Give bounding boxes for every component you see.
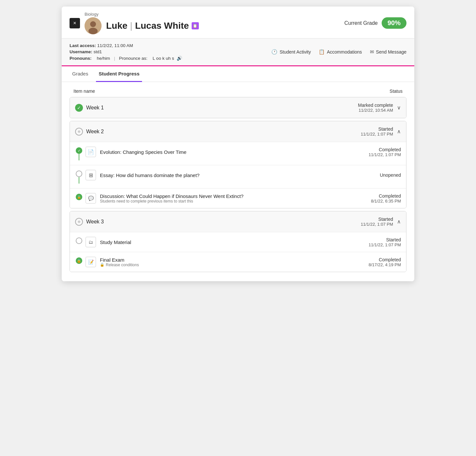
study-status: Started 11/1/22, 1:07 PM xyxy=(369,237,401,247)
item-final-exam: 🔒 📝 Final Exam 🔒 Release conditions xyxy=(70,252,406,272)
student-info: Luke | Lucas White 📋 xyxy=(85,17,199,34)
week3-items: 🗂 Study Material Started 11/1/22, 1:07 P… xyxy=(70,232,406,272)
item-evolution: ✓ 📄 Evolution: Changing Species Over Tim… xyxy=(70,142,406,165)
week3-status-icon: ⊖ xyxy=(75,218,83,226)
module-week1: ✓ Week 1 Marked complete 11/2/22, 10:54 … xyxy=(70,97,406,118)
col-item-name: Item name xyxy=(73,89,95,94)
action-buttons: 🕐 Student Activity 📋 Accommodations ✉ Se… xyxy=(271,49,406,55)
top-bar: × Biology Luke | Lucas White xyxy=(62,7,414,39)
col-headers: Item name Status xyxy=(70,89,406,97)
week3-chevron: ∧ xyxy=(397,219,401,225)
avatar xyxy=(85,17,102,34)
exam-icon: 📝 xyxy=(86,257,96,267)
grade-badge: 90% xyxy=(382,17,406,29)
student-activity-button[interactable]: 🕐 Student Activity xyxy=(271,49,311,55)
module-week1-header[interactable]: ✓ Week 1 Marked complete 11/2/22, 10:54 … xyxy=(70,97,406,118)
message-icon: ✉ xyxy=(370,49,374,55)
username: Username: std1 xyxy=(70,49,182,54)
page-icon: 📄 xyxy=(86,147,96,157)
svg-point-1 xyxy=(90,21,96,27)
info-left: Last access: 11/2/22, 11:00 AM Username:… xyxy=(70,43,182,61)
lock-icon: 🔒 xyxy=(100,263,104,267)
study-status-dot xyxy=(76,237,82,244)
essay-status-dot xyxy=(76,171,82,177)
discussion-status-dot: 🔒 xyxy=(76,194,82,200)
student-name: Luke | Lucas White 📋 xyxy=(106,21,199,31)
week2-chevron: ∧ xyxy=(397,128,401,135)
send-message-button[interactable]: ✉ Send Message xyxy=(370,49,406,55)
evolution-status-dot: ✓ xyxy=(76,147,82,154)
grade-section: Current Grade 90% xyxy=(344,17,406,29)
essay-status: Unopened xyxy=(380,172,401,178)
clock-icon: 🕐 xyxy=(271,49,278,55)
note-icon[interactable]: 📋 xyxy=(192,22,199,29)
item-study-material: 🗂 Study Material Started 11/1/22, 1:07 P… xyxy=(70,232,406,252)
week2-status: Started 11/1/22, 1:07 PM xyxy=(361,126,393,137)
module-week2-header[interactable]: ⊖ Week 2 Started 11/1/22, 1:07 PM ∧ xyxy=(70,121,406,142)
module-week3: ⊖ Week 3 Started 11/1/22, 1:07 PM ∧ xyxy=(70,211,406,272)
discussion-status: Completed 8/1/22, 6:35 PM xyxy=(371,193,401,204)
close-button[interactable]: × xyxy=(70,18,80,28)
col-status: Status xyxy=(389,89,403,94)
week2-items: ✓ 📄 Evolution: Changing Species Over Tim… xyxy=(70,142,406,208)
week1-chevron: ∨ xyxy=(397,105,401,111)
week2-status-icon: ⊖ xyxy=(75,128,83,136)
tabs: Grades Student Progress xyxy=(62,66,414,82)
item-essay: ⊞ Essay: How did humans dominate the pla… xyxy=(70,165,406,188)
pronouns: Pronouns: he/him | Pronounce as: L oo k … xyxy=(70,56,182,61)
module-week3-header[interactable]: ⊖ Week 3 Started 11/1/22, 1:07 PM ∧ xyxy=(70,211,406,232)
accommodations-button[interactable]: 📋 Accommodations xyxy=(319,49,362,55)
exam-status: Completed 8/17/22, 4:19 PM xyxy=(369,257,401,267)
item-discussion: 🔒 💬 Discussion: What Could Happen if Din… xyxy=(70,188,406,208)
evolution-status: Completed 11/1/22, 1:07 PM xyxy=(369,147,401,157)
week1-status: Marked complete 11/2/22, 10:54 AM xyxy=(358,103,393,113)
accommodation-icon: 📋 xyxy=(319,49,325,55)
week1-status-icon: ✓ xyxy=(75,104,83,112)
grade-label: Current Grade xyxy=(344,20,378,26)
folder-icon: 🗂 xyxy=(86,237,96,247)
info-bar: Last access: 11/2/22, 11:00 AM Username:… xyxy=(62,39,414,66)
tab-student-progress[interactable]: Student Progress xyxy=(96,66,142,82)
discussion-icon: 💬 xyxy=(86,193,96,204)
tab-grades[interactable]: Grades xyxy=(70,66,91,82)
last-access: Last access: 11/2/22, 11:00 AM xyxy=(70,43,182,48)
svg-point-2 xyxy=(88,28,98,34)
subject-label: Biology xyxy=(85,12,199,17)
student-panel: × Biology Luke | Lucas White xyxy=(62,7,414,281)
module-week2: ⊖ Week 2 Started 11/1/22, 1:07 PM ∧ xyxy=(70,121,406,208)
exam-status-dot: 🔒 xyxy=(76,257,82,264)
essay-icon: ⊞ xyxy=(86,170,96,180)
table-area: Item name Status ✓ Week 1 Marked complet… xyxy=(62,82,414,281)
week3-status: Started 11/1/22, 1:07 PM xyxy=(361,217,393,227)
speaker-icon[interactable]: 🔊 xyxy=(177,56,182,61)
